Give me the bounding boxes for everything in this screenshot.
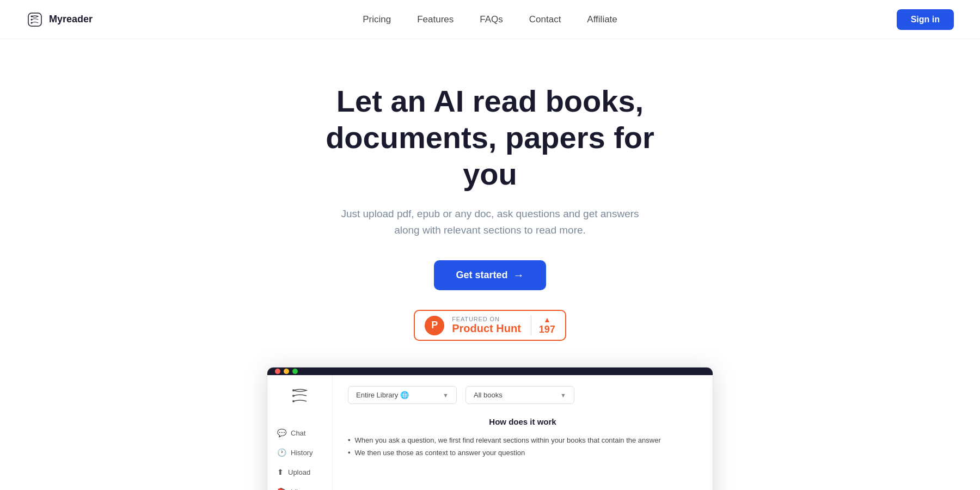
chat-icon: 💬 xyxy=(277,428,286,437)
svg-point-3 xyxy=(31,22,33,23)
svg-point-5 xyxy=(292,395,295,397)
svg-point-2 xyxy=(31,19,33,20)
svg-point-4 xyxy=(292,389,295,391)
app-sidebar-logo xyxy=(289,386,311,410)
get-started-button[interactable]: Get started → xyxy=(434,260,546,290)
app-nav-history[interactable]: 🕐 History xyxy=(267,443,332,462)
svg-point-6 xyxy=(292,400,295,402)
nav-link-affiliate[interactable]: Affiliate xyxy=(587,14,617,25)
hero-section: Let an AI read books, documents, papers … xyxy=(0,39,980,490)
ph-vote-count: 197 xyxy=(539,324,555,335)
app-nav-history-label: History xyxy=(291,449,313,457)
ph-upvote-icon: ▲ xyxy=(543,315,551,324)
library-icon: 📚 xyxy=(277,487,286,490)
app-nav-chat-label: Chat xyxy=(291,429,305,437)
app-nav-upload-label: Upload xyxy=(288,468,310,476)
window-minimize-dot xyxy=(284,369,289,374)
nav-link-pricing[interactable]: Pricing xyxy=(363,14,391,25)
window-maximize-dot xyxy=(292,369,298,374)
signin-button[interactable]: Sign in xyxy=(897,9,954,30)
app-nav-chat[interactable]: 💬 Chat xyxy=(267,423,332,443)
nav-links: Pricing Features FAQs Contact Affiliate xyxy=(363,14,617,25)
app-nav-library[interactable]: 📚 Library xyxy=(267,482,332,490)
upload-icon: ⬆ xyxy=(277,468,284,476)
library-select[interactable]: Entire Library 🌐 ▼ xyxy=(348,386,457,404)
app-titlebar xyxy=(267,367,713,375)
logo-icon xyxy=(26,11,44,28)
app-nav-library-label: Library xyxy=(291,488,313,490)
svg-rect-0 xyxy=(28,13,41,26)
hero-title: Let an AI read books, documents, papers … xyxy=(299,83,681,193)
app-preview: 💬 Chat 🕐 History ⬆ Upload 📚 Library 🗂 xyxy=(267,367,713,490)
nav-link-features[interactable]: Features xyxy=(417,14,454,25)
app-body: 💬 Chat 🕐 History ⬆ Upload 📚 Library 🗂 xyxy=(267,375,713,490)
books-select[interactable]: All books ▼ xyxy=(465,386,574,404)
navbar: Myreader Pricing Features FAQs Contact A… xyxy=(0,0,980,39)
nav-link-faqs[interactable]: FAQs xyxy=(480,14,503,25)
books-select-value: All books xyxy=(474,391,503,399)
bullet-1: When you ask a question, we first find r… xyxy=(348,434,697,446)
library-select-value: Entire Library 🌐 xyxy=(356,391,409,399)
app-selects-row: Entire Library 🌐 ▼ All books ▼ xyxy=(348,386,697,404)
app-main-content: Entire Library 🌐 ▼ All books ▼ How does … xyxy=(333,375,713,470)
bullet-2: We then use those as context to answer y… xyxy=(348,446,697,459)
ph-featured-label: FEATURED ON xyxy=(452,316,500,322)
ph-logo-icon: P xyxy=(425,316,444,335)
books-chevron-icon: ▼ xyxy=(560,392,566,399)
hero-subtitle: Just upload pdf, epub or any doc, ask qu… xyxy=(332,206,648,239)
ph-votes-section: ▲ 197 xyxy=(531,315,555,335)
logo[interactable]: Myreader xyxy=(26,11,93,28)
app-content-title: How does it work xyxy=(348,417,697,426)
nav-link-contact[interactable]: Contact xyxy=(529,14,561,25)
cta-arrow-icon: → xyxy=(513,269,524,281)
window-close-dot xyxy=(275,369,280,374)
history-icon: 🕐 xyxy=(277,448,286,457)
app-content-bullets: When you ask a question, we first find r… xyxy=(348,434,697,459)
product-hunt-badge[interactable]: P FEATURED ON Product Hunt ▲ 197 xyxy=(414,310,566,341)
app-sidebar: 💬 Chat 🕐 History ⬆ Upload 📚 Library 🗂 xyxy=(267,375,333,490)
logo-text: Myreader xyxy=(49,14,93,25)
app-nav-upload[interactable]: ⬆ Upload xyxy=(267,462,332,482)
library-chevron-icon: ▼ xyxy=(443,392,449,399)
ph-product-hunt-name: Product Hunt xyxy=(452,322,521,335)
svg-point-1 xyxy=(31,15,33,17)
ph-text: FEATURED ON Product Hunt xyxy=(452,316,521,335)
get-started-label: Get started xyxy=(456,270,507,281)
